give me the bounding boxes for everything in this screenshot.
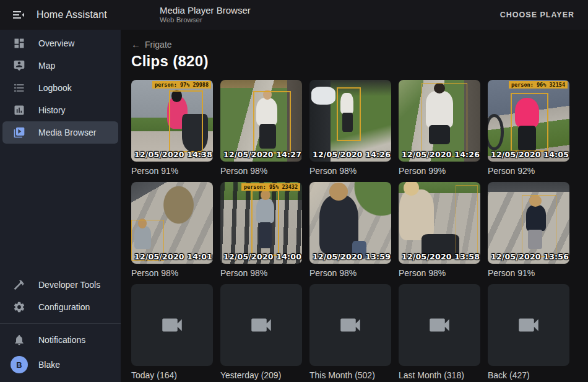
- gear-icon: [13, 301, 25, 313]
- sidebar-item-label: Overview: [38, 38, 74, 48]
- detection-bounding-box: [456, 185, 478, 257]
- clip-thumbnail[interactable]: 12/05/2020 13:59:49: [309, 182, 391, 264]
- sidebar-item-label: Developer Tools: [38, 280, 100, 290]
- sidebar-item-configuration[interactable]: Configuration: [2, 296, 118, 318]
- clip-photo-figure: [399, 189, 433, 240]
- sidebar-item-notifications[interactable]: Notifications: [2, 329, 118, 351]
- media-player-subtitle: Web Browser: [160, 16, 251, 25]
- sidebar-item-label: Notifications: [38, 335, 85, 345]
- folder-thumbnail[interactable]: [131, 284, 213, 366]
- map-account-icon: [13, 59, 25, 72]
- view-dashboard-icon: [13, 37, 25, 50]
- clip-thumbnail[interactable]: person: 97% 29988 12/05/2020 14:38:47: [131, 80, 213, 162]
- clip-timestamp: 12/05/2020 14:27:35: [223, 150, 302, 159]
- clip-thumbnail[interactable]: 12/05/2020 14:01:14: [131, 182, 213, 264]
- app-title: Home Assistant: [37, 9, 107, 20]
- sidebar-item-logbook[interactable]: Logbook: [2, 77, 118, 99]
- folder-thumbnail[interactable]: [399, 284, 480, 366]
- clip-item: 12/05/2020 14:27:35 Person 98%: [220, 80, 302, 176]
- clip-thumbnail[interactable]: 12/05/2020 13:56:17: [488, 182, 569, 264]
- clip-photo-figure: [488, 114, 504, 150]
- sidebar-item-overview[interactable]: Overview: [2, 32, 118, 54]
- detection-bounding-box: [251, 190, 279, 256]
- breadcrumb-back-frigate[interactable]: ← Frigate: [131, 39, 577, 50]
- clip-thumbnail[interactable]: 12/05/2020 13:58:30: [399, 182, 480, 264]
- media-browser-content: ← Frigate Clips (820) person: 97% 29988 …: [121, 30, 588, 382]
- folder-label: Yesterday (209): [220, 370, 302, 381]
- clip-thumbnail[interactable]: 12/05/2020 14:26:07: [399, 80, 480, 162]
- clip-timestamp: 12/05/2020 14:01:14: [134, 252, 213, 261]
- clip-thumbnail[interactable]: 12/05/2020 14:27:35: [220, 80, 302, 162]
- play-box-multiple-icon: [13, 126, 25, 139]
- clip-item: person: 96% 32154 12/05/2020 14:05:17 Pe…: [488, 80, 569, 176]
- folder-label: Today (164): [131, 370, 213, 381]
- folder-item: Last Month (318): [399, 284, 480, 381]
- folder-item: This Month (502): [309, 284, 391, 381]
- clip-caption: Person 99%: [399, 166, 480, 176]
- detection-bounding-box: [522, 195, 556, 257]
- clip-timestamp: 12/05/2020 13:56:17: [491, 252, 569, 261]
- sidebar-item-label: Map: [38, 61, 55, 71]
- bell-icon: [13, 334, 25, 346]
- clip-item: 12/05/2020 13:59:49 Person 98%: [309, 182, 391, 279]
- chart-box-icon: [13, 104, 25, 116]
- folder-label: This Month (502): [309, 370, 391, 381]
- sidebar-item-label: History: [38, 105, 66, 115]
- clip-caption: Person 98%: [220, 268, 302, 279]
- back-arrow-icon: ←: [131, 39, 141, 50]
- page-header-titles: Media Player Browser Web Browser: [160, 5, 251, 25]
- video-camera-icon: [337, 312, 363, 338]
- clip-timestamp: 12/05/2020 14:26:07: [402, 150, 480, 159]
- folder-thumbnail[interactable]: [488, 284, 569, 366]
- clip-thumbnail[interactable]: 12/05/2020 14:26:48: [309, 80, 391, 162]
- sidebar-item-developer-tools[interactable]: Developer Tools: [2, 274, 118, 296]
- topbar-main: Media Player Browser Web Browser CHOOSE …: [121, 5, 588, 25]
- menu-open-icon[interactable]: [11, 7, 26, 22]
- clip-caption: Person 91%: [131, 166, 213, 176]
- folder-label: Back (427): [488, 370, 569, 381]
- sidebar-user-profile[interactable]: B Blake: [2, 351, 118, 378]
- clip-timestamp: 12/05/2020 13:58:30: [402, 252, 480, 261]
- sidebar-item-label: Logbook: [38, 83, 72, 93]
- clip-timestamp: 12/05/2020 14:38:47: [134, 150, 213, 159]
- detection-bounding-box: [169, 90, 203, 152]
- format-list-bulleted-icon: [13, 82, 25, 94]
- top-bar: Home Assistant Media Player Browser Web …: [0, 0, 588, 30]
- detection-bounding-box: [511, 93, 548, 152]
- sidebar-item-map[interactable]: Map: [2, 54, 118, 77]
- sidebar-item-media-browser[interactable]: Media Browser: [2, 121, 118, 144]
- video-camera-icon: [159, 312, 185, 338]
- video-camera-icon: [426, 312, 452, 338]
- clip-thumbnail[interactable]: person: 96% 32154 12/05/2020 14:05:17: [488, 80, 569, 162]
- sidebar-item-label: Media Browser: [38, 128, 96, 137]
- sidebar-item-history[interactable]: History: [2, 99, 118, 121]
- clip-caption: Person 98%: [309, 166, 391, 176]
- clip-caption: Person 98%: [131, 268, 213, 279]
- media-player-title: Media Player Browser: [160, 5, 251, 16]
- video-camera-icon: [248, 312, 274, 338]
- sidebar: Overview Map Logbook History: [0, 30, 121, 382]
- user-name: Blake: [38, 360, 60, 370]
- folders-grid: Today (164) Yesterday (209) This Month (…: [131, 284, 577, 382]
- choose-player-button[interactable]: CHOOSE PLAYER: [494, 6, 581, 24]
- page-title: Clips (820): [131, 53, 577, 70]
- clip-item: person: 97% 29988 12/05/2020 14:38:47 Pe…: [131, 80, 213, 176]
- clip-timestamp: 12/05/2020 14:00:52: [223, 252, 302, 261]
- clip-caption: Person 92%: [488, 166, 569, 176]
- folder-thumbnail[interactable]: [220, 284, 302, 366]
- hammer-icon: [13, 279, 25, 291]
- app-window: Home Assistant Media Player Browser Web …: [0, 0, 588, 382]
- clip-item: person: 95% 23432 12/05/2020 14:00:52 Pe…: [220, 182, 302, 279]
- detection-bounding-box: [422, 83, 467, 157]
- breadcrumb-label: Frigate: [145, 40, 172, 50]
- clip-thumbnail[interactable]: person: 95% 23432 12/05/2020 14:00:52: [220, 182, 302, 264]
- video-camera-icon: [516, 312, 542, 338]
- clip-caption: Person 98%: [220, 166, 302, 176]
- clip-photo-figure: [311, 87, 336, 105]
- clip-caption: Person 91%: [488, 268, 569, 279]
- clip-item: 12/05/2020 14:26:48 Person 98%: [309, 80, 391, 176]
- sidebar-item-label: Configuration: [38, 302, 90, 312]
- folder-thumbnail[interactable]: [309, 284, 391, 366]
- avatar: B: [11, 356, 28, 373]
- clip-item: 12/05/2020 13:58:30 Person 98%: [399, 182, 480, 279]
